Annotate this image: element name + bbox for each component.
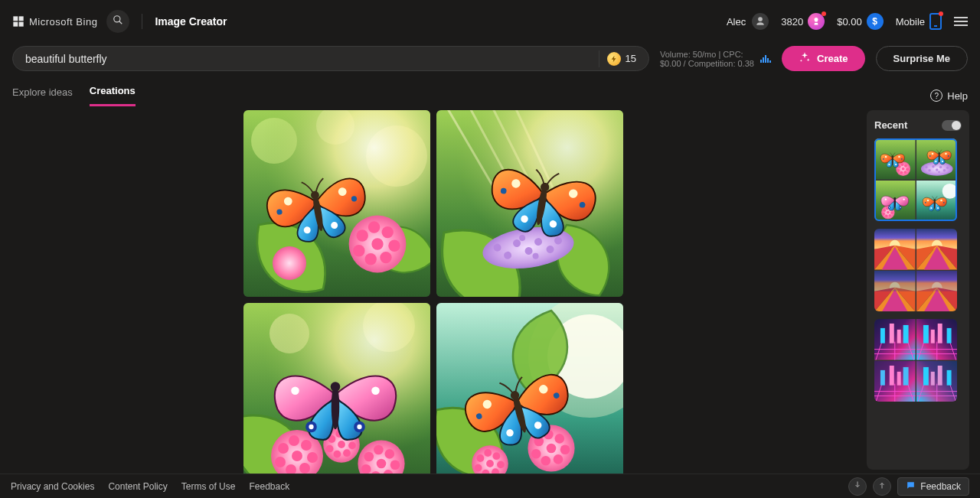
chevron-up-icon	[877, 480, 887, 492]
divider	[142, 14, 142, 29]
menu-button[interactable]	[954, 17, 968, 26]
scroll-up-button[interactable]	[873, 477, 891, 496]
svg-rect-52	[19, 16, 24, 21]
rewards-icon	[808, 13, 825, 30]
avatar	[752, 13, 769, 30]
help-label: Help	[947, 90, 968, 102]
surprise-me-button[interactable]: Surprise Me	[876, 46, 968, 71]
product-title[interactable]: Image Creator	[155, 15, 227, 28]
svg-rect-84	[916, 361, 958, 402]
mobile-link[interactable]: Mobile	[896, 13, 942, 30]
recent-thumbnail[interactable]	[874, 229, 957, 311]
canvas-area: Recent	[0, 110, 980, 474]
points-value: 3820	[781, 16, 803, 28]
svg-rect-54	[19, 22, 24, 27]
generated-grid	[243, 110, 623, 490]
account-menu[interactable]: Alec	[727, 13, 769, 30]
user-name: Alec	[727, 16, 746, 28]
recent-thumbnail[interactable]	[874, 319, 957, 402]
feedback-label: Feedback	[920, 481, 961, 492]
tabs-row: Explore ideas Creations ? Help	[0, 71, 980, 106]
generated-image[interactable]	[243, 303, 430, 490]
footer: Privacy and Cookies Content Policy Terms…	[0, 474, 980, 498]
svg-point-55	[114, 16, 120, 22]
svg-point-80	[942, 183, 957, 198]
dollar-icon: $	[867, 13, 884, 30]
divider	[599, 50, 599, 67]
help-link[interactable]: ? Help	[930, 90, 968, 102]
recent-thumbnail[interactable]	[874, 138, 957, 221]
help-icon: ?	[930, 90, 942, 102]
footer-terms-link[interactable]: Terms of Use	[181, 481, 236, 492]
boost-count: 15	[626, 53, 636, 64]
sparkle-icon	[799, 51, 811, 66]
chevron-down-icon	[853, 480, 862, 492]
boost-chip[interactable]: 15	[607, 52, 642, 66]
cashback-balance[interactable]: $0.00 $	[837, 13, 884, 30]
recent-panel: Recent	[867, 110, 969, 470]
svg-point-62	[273, 246, 306, 280]
chat-icon	[906, 480, 916, 493]
footer-content-policy-link[interactable]: Content Policy	[108, 481, 167, 492]
svg-line-56	[119, 21, 122, 24]
footer-privacy-link[interactable]: Privacy and Cookies	[11, 481, 94, 492]
svg-rect-51	[13, 16, 18, 21]
top-bar: Microsoft Bing Image Creator Alec 3820 $…	[0, 0, 980, 43]
prompt-box: 15	[12, 46, 649, 71]
create-label: Create	[817, 53, 848, 64]
svg-rect-82	[916, 271, 958, 291]
bing-logo[interactable]: Microsoft Bing	[12, 15, 97, 28]
tab-creations[interactable]: Creations	[90, 85, 136, 106]
boost-coin-icon	[607, 52, 621, 66]
scroll-down-button[interactable]	[848, 477, 867, 496]
generated-image[interactable]	[436, 110, 623, 297]
recent-toggle[interactable]	[942, 120, 962, 131]
prompt-input[interactable]	[25, 53, 591, 65]
svg-rect-83	[874, 361, 916, 402]
bing-logo-icon	[12, 15, 24, 28]
prompt-row: 15 Volume: 50/mo | CPC: $0.00 / Competit…	[0, 43, 980, 71]
generated-image[interactable]	[436, 303, 623, 490]
footer-feedback-link[interactable]: Feedback	[249, 481, 289, 492]
surprise-label: Surprise Me	[893, 53, 950, 64]
notification-dot-icon	[939, 11, 943, 16]
cashback-value: $0.00	[837, 16, 862, 28]
seo-hint-text: Volume: 50/mo | CPC: $0.00 / Competition…	[660, 50, 756, 68]
notification-dot-icon	[822, 11, 826, 16]
bar-chart-icon	[760, 55, 771, 63]
tab-explore-ideas[interactable]: Explore ideas	[12, 86, 73, 106]
generated-image[interactable]	[243, 110, 430, 297]
svg-rect-53	[13, 22, 18, 27]
mobile-label: Mobile	[896, 16, 925, 28]
create-button[interactable]: Create	[782, 46, 864, 71]
seo-hint: Volume: 50/mo | CPC: $0.00 / Competition…	[660, 50, 771, 68]
bing-logo-text: Microsoft Bing	[29, 16, 97, 28]
rewards-points[interactable]: 3820	[781, 13, 825, 30]
recent-title: Recent	[874, 119, 907, 131]
search-button[interactable]	[106, 10, 129, 33]
search-icon	[113, 15, 123, 28]
feedback-button[interactable]: Feedback	[897, 477, 969, 496]
svg-rect-81	[874, 271, 916, 291]
